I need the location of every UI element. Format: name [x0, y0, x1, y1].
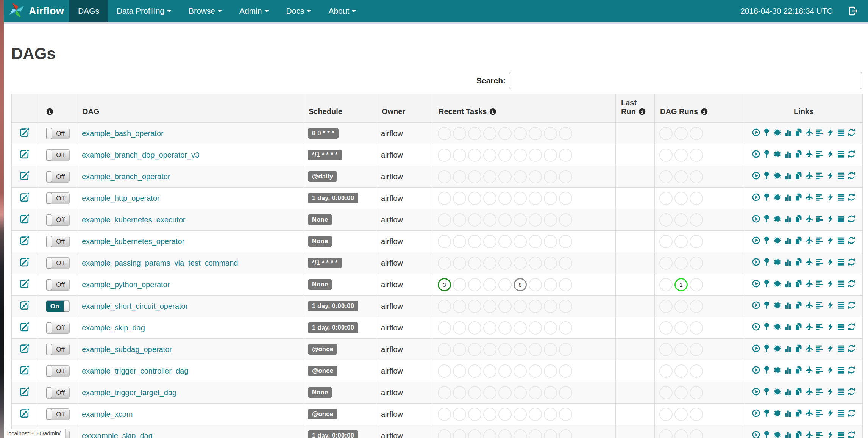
play-circle-icon[interactable]	[752, 150, 760, 158]
lightning-icon[interactable]	[826, 258, 834, 266]
nav-item-data-profiling[interactable]: Data Profiling	[108, 0, 180, 22]
tree-icon[interactable]	[763, 215, 771, 223]
edit-dag-button[interactable]	[20, 171, 30, 183]
sunburst-icon[interactable]	[773, 172, 781, 180]
align-left-icon[interactable]	[816, 344, 824, 352]
sunburst-icon[interactable]	[773, 366, 781, 374]
duplicate-icon[interactable]	[795, 193, 802, 201]
play-circle-icon[interactable]	[752, 388, 760, 396]
align-justify-icon[interactable]	[837, 409, 845, 417]
dag-link[interactable]: example_python_operator	[82, 280, 170, 289]
duplicate-icon[interactable]	[795, 172, 802, 180]
edit-dag-button[interactable]	[20, 214, 30, 226]
edit-dag-button[interactable]	[20, 192, 30, 204]
bar-chart-icon[interactable]	[784, 409, 792, 417]
airflow-brand-link[interactable]: Airflow	[8, 2, 64, 20]
plane-icon[interactable]	[805, 388, 813, 396]
bar-chart-icon[interactable]	[784, 388, 792, 396]
refresh-icon[interactable]	[848, 128, 856, 136]
play-circle-icon[interactable]	[752, 301, 760, 309]
lightning-icon[interactable]	[826, 215, 834, 223]
tree-icon[interactable]	[763, 388, 771, 396]
nav-item-about[interactable]: About	[320, 0, 365, 22]
dag-pause-toggle[interactable]: Off	[46, 322, 70, 334]
bar-chart-icon[interactable]	[784, 258, 792, 266]
play-circle-icon[interactable]	[752, 431, 760, 438]
align-justify-icon[interactable]	[837, 280, 845, 288]
plane-icon[interactable]	[805, 150, 813, 158]
dag-run-count-circle[interactable]: 1	[674, 278, 688, 291]
align-left-icon[interactable]	[816, 280, 824, 288]
dag-link[interactable]: example_short_circuit_operator	[82, 302, 188, 310]
sunburst-icon[interactable]	[773, 323, 781, 331]
dag-pause-toggle[interactable]: Off	[46, 149, 70, 161]
sunburst-icon[interactable]	[773, 128, 781, 136]
dag-pause-toggle[interactable]: On	[46, 300, 70, 312]
duplicate-icon[interactable]	[795, 388, 802, 396]
align-left-icon[interactable]	[816, 301, 824, 309]
edit-dag-button[interactable]	[20, 322, 30, 334]
duplicate-icon[interactable]	[795, 409, 802, 417]
dag-link[interactable]: example_xcom	[82, 410, 133, 418]
align-left-icon[interactable]	[816, 236, 824, 244]
dag-link[interactable]: example_branch_dop_operator_v3	[82, 151, 199, 159]
align-left-icon[interactable]	[816, 366, 824, 374]
tree-icon[interactable]	[763, 323, 771, 331]
refresh-icon[interactable]	[848, 431, 856, 438]
bar-chart-icon[interactable]	[784, 172, 792, 180]
align-justify-icon[interactable]	[837, 258, 845, 266]
tree-icon[interactable]	[763, 280, 771, 288]
lightning-icon[interactable]	[826, 172, 834, 180]
nav-item-admin[interactable]: Admin	[231, 0, 278, 22]
plane-icon[interactable]	[805, 431, 813, 438]
play-circle-icon[interactable]	[752, 280, 760, 288]
refresh-icon[interactable]	[848, 258, 856, 266]
align-justify-icon[interactable]	[837, 193, 845, 201]
lightning-icon[interactable]	[826, 344, 834, 352]
align-justify-icon[interactable]	[837, 301, 845, 309]
align-left-icon[interactable]	[816, 258, 824, 266]
align-justify-icon[interactable]	[837, 388, 845, 396]
lightning-icon[interactable]	[826, 366, 834, 374]
sunburst-icon[interactable]	[773, 215, 781, 223]
duplicate-icon[interactable]	[795, 431, 802, 438]
edit-dag-button[interactable]	[20, 257, 30, 269]
edit-dag-button[interactable]	[20, 149, 30, 161]
tree-icon[interactable]	[763, 344, 771, 352]
tree-icon[interactable]	[763, 193, 771, 201]
plane-icon[interactable]	[805, 128, 813, 136]
align-justify-icon[interactable]	[837, 431, 845, 438]
dag-link[interactable]: example_skip_dag	[82, 324, 145, 332]
play-circle-icon[interactable]	[752, 193, 760, 201]
sunburst-icon[interactable]	[773, 301, 781, 309]
lightning-icon[interactable]	[826, 236, 834, 244]
align-left-icon[interactable]	[816, 150, 824, 158]
dag-pause-toggle[interactable]: Off	[46, 171, 70, 183]
bar-chart-icon[interactable]	[784, 215, 792, 223]
dag-pause-toggle[interactable]: Off	[46, 344, 70, 355]
dag-pause-toggle[interactable]: Off	[46, 192, 70, 204]
dag-link[interactable]: example_bash_operator	[82, 129, 164, 138]
lightning-icon[interactable]	[826, 323, 834, 331]
dag-pause-toggle[interactable]: Off	[46, 214, 70, 226]
dag-link[interactable]: example_trigger_target_dag	[82, 388, 176, 397]
nav-item-browse[interactable]: Browse	[180, 0, 231, 22]
lightning-icon[interactable]	[826, 431, 834, 438]
edit-dag-button[interactable]	[20, 343, 30, 355]
sunburst-icon[interactable]	[773, 280, 781, 288]
play-circle-icon[interactable]	[752, 366, 760, 374]
dag-link[interactable]: example_passing_params_via_test_command	[82, 259, 238, 267]
duplicate-icon[interactable]	[795, 236, 802, 244]
bar-chart-icon[interactable]	[784, 280, 792, 288]
dag-pause-toggle[interactable]: Off	[46, 408, 70, 420]
bar-chart-icon[interactable]	[784, 301, 792, 309]
align-justify-icon[interactable]	[837, 323, 845, 331]
refresh-icon[interactable]	[848, 344, 856, 352]
lightning-icon[interactable]	[826, 388, 834, 396]
lightning-icon[interactable]	[826, 409, 834, 417]
align-left-icon[interactable]	[816, 172, 824, 180]
edit-dag-button[interactable]	[20, 300, 30, 312]
dag-link[interactable]: example_subdag_operator	[82, 345, 172, 354]
sign-out-icon[interactable]	[849, 6, 859, 16]
duplicate-icon[interactable]	[795, 150, 802, 158]
